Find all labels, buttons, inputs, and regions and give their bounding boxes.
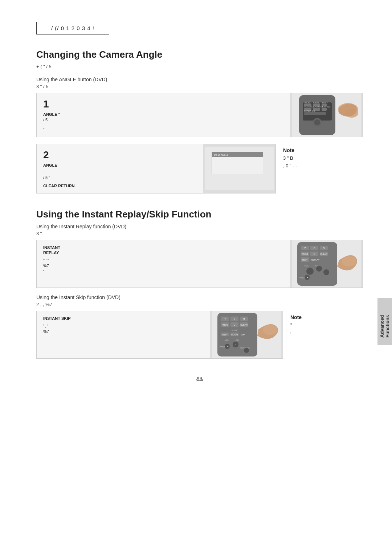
skip-label: INSTANT SKIP: [43, 316, 204, 321]
svg-text:VOL: VOL: [225, 339, 229, 341]
svg-point-83: [244, 348, 249, 353]
step1-label: ANGLE ": [43, 112, 283, 117]
svg-text:PROG: PROG: [222, 324, 228, 326]
step1-extra: -: [43, 126, 283, 131]
svg-text:CLEAR: CLEAR: [240, 324, 248, 326]
instant-text3: ': [43, 269, 283, 274]
section-instant-replay: Using the Instant Replay/Skip Function U…: [36, 209, 363, 365]
breadcrumb: / (/ 0 1 2 0 3 4 !: [36, 22, 109, 34]
section1-note: Note 3 " B , 0 " - -: [283, 144, 363, 170]
svg-text:REPEAT A-B: REPEAT A-B: [304, 110, 315, 112]
skip-row: INSTANT SKIP ' , ' %7 7: [36, 311, 363, 365]
instant-replay-left: INSTANT REPLAY " ' " %7 ': [37, 240, 290, 288]
step2-row: 2 ANGLE - / 5 " CLEAR RETURN: [36, 144, 363, 200]
svg-text:+: +: [227, 345, 229, 348]
instant-skip-left: INSTANT SKIP ' , ' %7: [37, 311, 210, 358]
svg-rect-25: [212, 157, 263, 174]
svg-text:PROG: PROG: [302, 253, 308, 255]
section1-subtitle: Using the ANGLE button (DVD): [36, 77, 363, 82]
svg-point-52: [342, 256, 356, 266]
section2-subtitle1: Using the Instant Replay function (DVD): [36, 224, 363, 229]
svg-text:7: 7: [224, 317, 226, 321]
section1-title: Changing the Camera Angle: [36, 49, 363, 60]
svg-text:STEP: STEP: [222, 334, 227, 336]
step2-text1: -: [43, 168, 196, 174]
svg-text:DEMO SEL.: DEMO SEL.: [322, 106, 331, 108]
svg-text:REPLAY: REPLAY: [311, 259, 319, 261]
svg-text:VOL: VOL: [305, 265, 309, 267]
svg-text:REPLAY: REPLAY: [231, 334, 238, 336]
svg-point-48: [323, 269, 329, 275]
svg-rect-9: [304, 112, 326, 115]
svg-point-84: [263, 325, 277, 335]
instant-text2: %7: [43, 263, 283, 269]
section2-subtitle2-note: 2 , , %7: [36, 302, 363, 307]
section1-subtitle-note: 3 " / 5: [36, 84, 363, 89]
svg-point-18: [314, 119, 320, 125]
instant-replay-box: INSTANT REPLAY " ' " %7 ' 7 8: [36, 240, 363, 288]
skip-text1: ' , ': [43, 323, 204, 329]
svg-point-47: [316, 266, 322, 272]
step2-left: 2 ANGLE - / 5 " CLEAR RETURN: [37, 144, 203, 193]
instant-replay-remote-svg: 7 8 9 PROG 0 CLEAR STEP REPLAY V: [292, 240, 361, 288]
svg-text:ANGLE: ANGLE: [322, 101, 328, 103]
instant-skip-box: INSTANT SKIP ' , ' %7 7: [36, 311, 283, 359]
section2-note-text: ": [290, 322, 363, 329]
step1-box: 1 ANGLE " / 5 -: [36, 93, 363, 137]
svg-text:CLEAR: CLEAR: [320, 253, 328, 255]
section1-note-label: Note: [283, 147, 363, 153]
skip-wrapper: INSTANT SKIP ' , ' %7 7: [36, 311, 283, 365]
section2-title: Using the Instant Replay/Skip Function: [36, 209, 363, 220]
svg-text:SET/MT: SET/MT: [231, 329, 238, 331]
svg-rect-8: [322, 108, 327, 111]
step1-image: ZOOM AUDIO ANGLE VIDEO SEL. BOOKMARK DEM…: [290, 93, 363, 137]
side-tab-text: Advanced Functions: [379, 305, 390, 338]
page-number: &&: [36, 376, 363, 382]
svg-text:STEP: STEP: [302, 259, 307, 261]
svg-text:7: 7: [304, 246, 306, 250]
section1-note-text: 3 " B , 0 " - -: [283, 155, 363, 170]
svg-point-46: [306, 268, 314, 275]
step2-text3: CLEAR RETURN: [43, 184, 196, 188]
svg-text:1/2  4/5  ANGLE: 1/2 4/5 ANGLE: [214, 154, 228, 156]
instant-label1: INSTANT: [43, 245, 283, 250]
section2-note-extra: ': [290, 331, 363, 338]
svg-text:SKIP: SKIP: [241, 334, 245, 336]
side-tab: Advanced Functions: [377, 298, 392, 345]
svg-text:0: 0: [314, 252, 315, 256]
instant-text1: " ' ": [43, 258, 283, 263]
section2-note: Note " ': [290, 311, 363, 338]
skip-text2: %7: [43, 329, 204, 334]
step1-remote-svg: ZOOM AUDIO ANGLE VIDEO SEL. BOOKMARK DEM…: [292, 93, 361, 137]
section2-subtitle2: Using the Instant Skip function (DVD): [36, 294, 363, 300]
step2-number: 2: [43, 149, 196, 161]
step1-text: / 5: [43, 117, 283, 123]
svg-text:9: 9: [323, 246, 325, 250]
svg-text:8: 8: [314, 246, 315, 250]
step1-left: 1 ANGLE " / 5 -: [37, 93, 290, 137]
section2-note-label: Note: [290, 314, 363, 320]
svg-text:^: ^: [235, 343, 236, 346]
step2-label: ANGLE: [43, 163, 196, 167]
svg-text:+: +: [307, 276, 309, 279]
section1-intro: + ( " / 5: [36, 64, 363, 69]
section2-subtitle1-note: 3 ": [36, 231, 363, 236]
step2-image: 1/2 4/5 ANGLE: [203, 144, 275, 193]
svg-text:CH: CH: [236, 339, 239, 341]
svg-text:0: 0: [234, 323, 236, 326]
step2-wrapper: 2 ANGLE - / 5 " CLEAR RETURN: [36, 144, 276, 200]
svg-text:AUDIO: AUDIO: [313, 101, 319, 103]
step2-remote-svg: 1/2 4/5 ANGLE: [205, 147, 274, 190]
svg-text:ZOOM: ZOOM: [304, 101, 310, 103]
instant-label2: REPLAY: [43, 250, 283, 255]
step2-box: 2 ANGLE - / 5 " CLEAR RETURN: [36, 144, 276, 193]
svg-text:9: 9: [243, 317, 245, 321]
instant-replay-image: 7 8 9 PROG 0 CLEAR STEP REPLAY V: [290, 240, 363, 288]
instant-skip-image: 7 8 9 PROG 0 CLEAR SET/MT: [210, 311, 283, 358]
step2-text2: / 5 ": [43, 175, 196, 180]
section-camera-angle: Changing the Camera Angle + ( " / 5 Usin…: [36, 49, 363, 200]
svg-text:8: 8: [234, 317, 236, 321]
step1-number: 1: [43, 98, 283, 110]
instant-skip-remote-svg: 7 8 9 PROG 0 CLEAR SET/MT: [212, 311, 281, 358]
